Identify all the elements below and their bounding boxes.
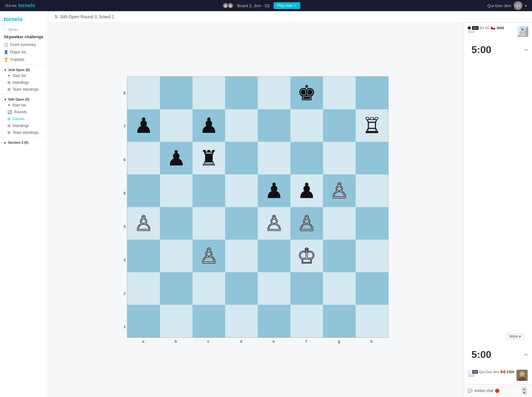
top-pencil-icon[interactable]: ✏ bbox=[525, 47, 528, 52]
sidebar-section-sith[interactable]: ▼ Sith Open (3) bbox=[0, 96, 48, 102]
cell-f6[interactable] bbox=[290, 142, 323, 174]
dropdown-arrow[interactable]: ▾ bbox=[525, 3, 527, 8]
cell-d3[interactable] bbox=[225, 240, 258, 272]
cell-d5[interactable] bbox=[225, 174, 258, 207]
cell-d2[interactable] bbox=[225, 272, 258, 305]
cell-a4[interactable]: ♙ bbox=[127, 207, 160, 240]
rank-6: 6 bbox=[123, 143, 125, 176]
cell-f3[interactable]: ♔ bbox=[290, 240, 323, 272]
cell-f5[interactable]: ♟ bbox=[290, 174, 323, 207]
cell-f8[interactable]: ♚ bbox=[290, 77, 323, 109]
sidebar-item-jedi-teamstandings[interactable]: ⊞ Team standings bbox=[0, 86, 48, 93]
jedi-expand-icon: ▼ bbox=[4, 68, 7, 72]
sidebar-section-jedi[interactable]: ▼ Jedi Open (0) bbox=[0, 66, 48, 72]
cell-b2[interactable] bbox=[160, 272, 193, 305]
cell-g1[interactable] bbox=[323, 305, 356, 337]
sidebar-item-sith-standings[interactable]: ⊞ Standings bbox=[0, 122, 48, 129]
cell-c3[interactable]: ♙ bbox=[193, 240, 225, 272]
board-wrapper: 8 7 6 5 4 3 2 1 ♚♟♟♖♟♜♟♟♙♙♙♙♙♔ bbox=[48, 23, 464, 397]
cell-a1[interactable] bbox=[127, 305, 160, 337]
cell-f7[interactable] bbox=[290, 109, 323, 142]
cell-d4[interactable] bbox=[225, 207, 258, 240]
sidebar-item-jedi-standings[interactable]: ⊞ Standings bbox=[0, 79, 48, 86]
cell-e8[interactable] bbox=[258, 77, 290, 109]
sidebar-item-sith-rounds[interactable]: 🔄 Rounds bbox=[0, 109, 48, 115]
cell-h3[interactable] bbox=[356, 240, 388, 272]
bottom-player-flag: 🇨🇦 bbox=[501, 370, 505, 374]
cell-h5[interactable] bbox=[356, 174, 388, 207]
cell-e5[interactable]: ♟ bbox=[258, 174, 290, 207]
cell-a2[interactable] bbox=[127, 272, 160, 305]
more-button[interactable]: More ▾ bbox=[506, 333, 525, 340]
cell-e6[interactable] bbox=[258, 142, 290, 174]
sidebar-item-trophies[interactable]: 🏆 Trophies bbox=[0, 56, 48, 63]
cell-c4[interactable] bbox=[193, 207, 225, 240]
file-a: a bbox=[127, 339, 160, 344]
cell-g3[interactable] bbox=[323, 240, 356, 272]
cell-b7[interactable] bbox=[160, 109, 193, 142]
sidebar-item-player-list[interactable]: 👤 Player list bbox=[0, 48, 48, 56]
cell-c8[interactable] bbox=[193, 77, 225, 109]
cell-h1[interactable] bbox=[356, 305, 388, 337]
piece-white-king-f3: ♔ bbox=[297, 245, 316, 266]
arbiter-chat[interactable]: 💬 Arbiter chat ▲ ▼ bbox=[464, 384, 532, 397]
cell-f4[interactable]: ♙ bbox=[290, 207, 323, 240]
cell-f2[interactable] bbox=[290, 272, 323, 305]
cell-g4[interactable] bbox=[323, 207, 356, 240]
cell-e1[interactable] bbox=[258, 305, 290, 337]
sith-games-label: Games bbox=[12, 117, 25, 121]
board-header-title: Sith Open Round 3, board 2 bbox=[60, 14, 114, 19]
cell-c6[interactable]: ♜ bbox=[193, 142, 225, 174]
cell-e7[interactable] bbox=[258, 109, 290, 142]
cell-a6[interactable] bbox=[127, 142, 160, 174]
content-area: ⇅ Sith Open Round 3, board 2 8 7 6 5 4 3… bbox=[48, 11, 532, 397]
cell-b8[interactable] bbox=[160, 77, 193, 109]
cell-a8[interactable] bbox=[127, 77, 160, 109]
cell-f1[interactable] bbox=[290, 305, 323, 337]
cell-g6[interactable] bbox=[323, 142, 356, 174]
cell-h4[interactable] bbox=[356, 207, 388, 240]
cell-b5[interactable] bbox=[160, 174, 193, 207]
cell-c5[interactable] bbox=[193, 174, 225, 207]
sidebar-item-event-summary[interactable]: 📋 Event summary bbox=[0, 41, 48, 48]
play-now-button[interactable]: Play now ✓ bbox=[274, 2, 300, 9]
cell-a3[interactable] bbox=[127, 240, 160, 272]
cell-g2[interactable] bbox=[323, 272, 356, 305]
cell-d8[interactable] bbox=[225, 77, 258, 109]
sidebar-item-sith-games[interactable]: ⊞ Games bbox=[0, 115, 48, 122]
sidebar-item-sith-teamstandings[interactable]: ⊞ Team standings bbox=[0, 129, 48, 136]
sidebar-series[interactable]: ← Series bbox=[0, 26, 48, 33]
cell-b4[interactable] bbox=[160, 207, 193, 240]
scroll-down-button[interactable]: ▼ bbox=[521, 391, 527, 395]
cell-h6[interactable] bbox=[356, 142, 388, 174]
cell-h2[interactable] bbox=[356, 272, 388, 305]
cell-b6[interactable]: ♟ bbox=[160, 142, 193, 174]
cell-e4[interactable]: ♙ bbox=[258, 207, 290, 240]
cell-d7[interactable] bbox=[225, 109, 258, 142]
cell-b3[interactable] bbox=[160, 240, 193, 272]
cell-e2[interactable] bbox=[258, 272, 290, 305]
cell-d6[interactable] bbox=[225, 142, 258, 174]
bottom-pencil-icon[interactable]: ✏ bbox=[525, 352, 528, 357]
top-player-info: GM R2 D2 🇨🇿 3000 JEDI bbox=[464, 23, 532, 40]
cell-g5[interactable]: ♙ bbox=[323, 174, 356, 207]
top-timer-row: 5:00 ✏ bbox=[464, 40, 532, 62]
bottom-player-details: FM Qui-Gon Jinn 🇨🇦 2358 JEDI bbox=[468, 370, 514, 377]
sidebar-section-3[interactable]: ► Section 3 (0) bbox=[0, 139, 48, 145]
cell-h7[interactable]: ♖ bbox=[356, 109, 388, 142]
cell-c1[interactable] bbox=[193, 305, 225, 337]
scroll-up-button[interactable]: ▲ bbox=[521, 387, 527, 391]
cell-c2[interactable] bbox=[193, 272, 225, 305]
cell-e3[interactable] bbox=[258, 240, 290, 272]
sidebar-item-sith-startlist[interactable]: ✦ Start list bbox=[0, 102, 48, 109]
cell-a7[interactable]: ♟ bbox=[127, 109, 160, 142]
cell-c7[interactable]: ♟ bbox=[193, 109, 225, 142]
cell-g8[interactable] bbox=[323, 77, 356, 109]
sidebar-item-jedi-startlist[interactable]: ✦ Start list bbox=[0, 72, 48, 79]
cell-b1[interactable] bbox=[160, 305, 193, 337]
cell-a5[interactable] bbox=[127, 174, 160, 207]
cell-g7[interactable] bbox=[323, 109, 356, 142]
cell-d1[interactable] bbox=[225, 305, 258, 337]
cell-h8[interactable] bbox=[356, 77, 388, 109]
file-c: c bbox=[192, 339, 225, 344]
